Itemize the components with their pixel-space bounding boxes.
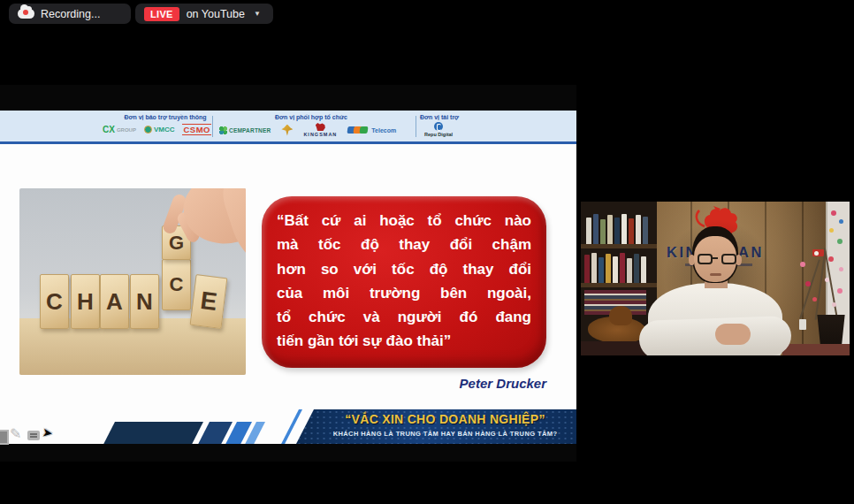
vmcc-logo: VMCC bbox=[144, 126, 175, 134]
person-head bbox=[692, 226, 738, 283]
shelf-board bbox=[581, 244, 657, 248]
person-hands bbox=[715, 324, 751, 345]
glasses bbox=[698, 254, 736, 266]
banner-main: “VẮC XIN CHO DOANH NGHIỆP” KHÁCH HÀNG LÀ… bbox=[296, 409, 576, 444]
hanging-decor bbox=[837, 239, 843, 244]
quote-line: mà tốc độ thay đổi chậm bbox=[277, 233, 531, 256]
repu-digital-icon bbox=[434, 122, 443, 131]
letter-block: C bbox=[40, 274, 69, 329]
flower-arrangement bbox=[795, 246, 850, 355]
kingsman-sponsor-logo: KINGSMAN bbox=[303, 123, 337, 137]
gold-emblem-logo bbox=[281, 125, 293, 136]
cempartner-icon bbox=[219, 126, 227, 134]
comment-annotation-icon[interactable] bbox=[27, 431, 40, 440]
shelf-board bbox=[581, 283, 657, 287]
quote-line: tiến gần tới sự đào thải” bbox=[277, 329, 531, 353]
quote-line: tổ chức và người đó đang bbox=[277, 305, 531, 329]
cempartner-logo: CEMPARTNER bbox=[219, 126, 271, 134]
banner-stripe bbox=[103, 422, 203, 444]
sponsor-group2-label: Đơn vị phối hợp tổ chức bbox=[240, 114, 382, 120]
quote-line: “Bất cứ ai hoặc tổ chức nào bbox=[277, 209, 531, 233]
sponsor-group3-label: Đơn vị tài trợ bbox=[404, 114, 475, 120]
cx-group-logo: CX GROUP bbox=[103, 125, 136, 134]
event-title: “VẮC XIN CHO DOANH NGHIỆP” bbox=[316, 412, 575, 426]
mouth bbox=[710, 273, 721, 276]
letter-block: A bbox=[100, 274, 129, 329]
band-divider bbox=[212, 116, 213, 137]
side-table bbox=[782, 344, 850, 355]
quote-author: Peter Drucker bbox=[352, 376, 546, 391]
hanging-decor bbox=[839, 219, 843, 224]
vmcc-icon bbox=[144, 126, 152, 134]
person-face bbox=[694, 236, 736, 282]
csmo-logo: CSMO bbox=[182, 124, 211, 135]
letter-block: N bbox=[130, 274, 159, 329]
hidden-letter-block: C bbox=[162, 259, 191, 310]
mouse-cursor-icon: ➤ bbox=[42, 424, 54, 439]
repu-digital-logo: Repu Digital bbox=[424, 122, 453, 137]
change-chance-image: C H A N C G E bbox=[19, 188, 246, 375]
quote-line: hơn so với tốc độ thay đổi bbox=[277, 257, 531, 281]
quote-bubble: “Bất cứ ai hoặc tổ chức nào mà tốc độ th… bbox=[262, 196, 546, 368]
fpt-telecom-logo: Telecom bbox=[347, 126, 396, 134]
chevron-down-icon[interactable]: ▼ bbox=[254, 10, 261, 18]
platform-label: on YouTube bbox=[187, 8, 245, 20]
webcam-video-tile[interactable]: KINGSMAN bbox=[581, 202, 850, 355]
fpt-green-icon bbox=[360, 126, 369, 134]
cloud-recording-icon bbox=[18, 9, 34, 19]
sponsor-group1-label: Đơn vị bảo trợ truyền thông bbox=[95, 114, 236, 120]
sponsor-band: Đơn vị bảo trợ truyền thông CX GROUP VMC… bbox=[0, 111, 576, 144]
hanging-decor bbox=[831, 210, 836, 216]
hanging-decor bbox=[829, 228, 834, 233]
quote-line: của môi trường bên ngoài, bbox=[277, 281, 531, 305]
recording-label: Recording... bbox=[41, 8, 100, 20]
live-badge: LIVE bbox=[144, 7, 179, 21]
event-banner: “VẮC XIN CHO DOANH NGHIỆP” KHÁCH HÀNG LÀ… bbox=[0, 409, 576, 444]
live-stream-pill[interactable]: LIVE on YouTube ▼ bbox=[135, 4, 273, 24]
presentation-slide: Đơn vị bảo trợ truyền thông CX GROUP VMC… bbox=[0, 111, 576, 444]
pencil-annotation-icon[interactable]: ✎ bbox=[10, 425, 21, 442]
recording-status-pill: Recording... bbox=[9, 4, 131, 24]
ear bbox=[736, 255, 742, 265]
kingsman-lion-icon bbox=[316, 123, 325, 131]
event-subtitle: KHÁCH HÀNG LÀ TRUNG TÂM HAY BÁN HÀNG LÀ … bbox=[316, 430, 575, 438]
annotation-shape-icon[interactable] bbox=[0, 430, 9, 445]
letter-block: H bbox=[71, 274, 100, 329]
letter-block: E bbox=[190, 274, 228, 329]
gold-emblem-icon bbox=[281, 125, 293, 136]
